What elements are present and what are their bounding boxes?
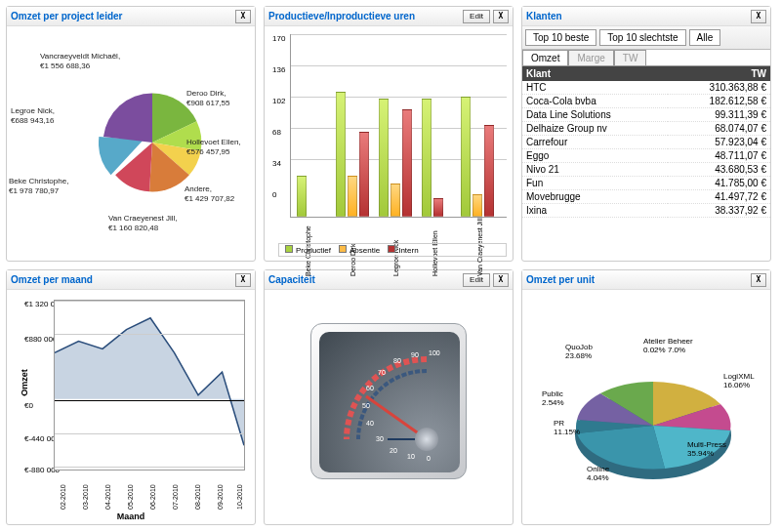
table-row[interactable]: Eggo48.711,07 € — [522, 149, 770, 163]
close-button[interactable]: X — [493, 10, 509, 23]
panel-omzet-maand: Omzet per maand X Omzet Maand €1 320 000… — [6, 269, 256, 525]
pie-label: Van Craeyenest Jill,€1 160 820,48 — [108, 214, 178, 233]
panel-title: Omzet per unit — [526, 274, 595, 285]
pie-label: Beke Christophe,€1 978 780,97 — [9, 177, 68, 196]
svg-marker-0 — [55, 318, 244, 445]
panel-omzet-project-leider: Omzet per project leider X Vancraeyveldt… — [6, 6, 256, 262]
table-row[interactable]: Data Line Solutions99.311,39 € — [522, 108, 770, 122]
pie-label: Hollevoet Ellen,€576 457,95 — [186, 138, 241, 157]
subtab-omzet[interactable]: Omzet — [522, 50, 568, 65]
table-row[interactable]: Carrefour57.923,04 € — [522, 136, 770, 149]
tab-top10-slechtste[interactable]: Top 10 slechtste — [599, 29, 685, 46]
close-button[interactable]: X — [493, 273, 509, 287]
line-chart-omzet: 02-2010 03-2010 04-2010 05-2010 06-2010 … — [54, 300, 245, 471]
table-row[interactable]: Nivo 2143.680,53 € — [522, 163, 770, 177]
panel-title: Klanten — [526, 11, 562, 21]
pie-chart-omzet-unit: QuoJob23.68% Public2.54% PR11.15% Online… — [526, 294, 766, 520]
close-button[interactable]: X — [751, 273, 766, 287]
close-button[interactable]: X — [235, 10, 251, 23]
edit-button[interactable]: Edit — [463, 10, 490, 23]
pie-label: Andere,€1 429 707,82 — [185, 184, 234, 204]
subtab-tw[interactable]: TW — [614, 50, 647, 65]
pie-label: Legroe Nick,€688 943,16 — [11, 106, 55, 126]
panel-title: Omzet per maand — [11, 274, 93, 285]
table-row[interactable]: Fun41.785,00 € — [522, 177, 770, 190]
close-button[interactable]: X — [751, 10, 766, 23]
klanten-tabs: Top 10 beste Top 10 slechtste Alle — [522, 26, 770, 50]
gauge-hub-icon — [415, 428, 438, 451]
panel-omzet-unit: Omzet per unit X QuoJob23 — [521, 269, 771, 525]
panel-capaciteit: Capaciteit Edit X 0 10 20 30 — [264, 269, 514, 525]
panel-title: Omzet per project leider — [11, 11, 122, 21]
x-axis-label: Maand — [117, 512, 145, 521]
klanten-table: KlantTW HTC310.363,88 €Coca-Cola bvba182… — [522, 66, 770, 218]
panel-title: Productieve/Inproductieve uren — [268, 11, 415, 21]
pie-label: Vancraeyveldt Michaël,€1 556 688,36 — [40, 52, 120, 71]
subtab-marge[interactable]: Marge — [568, 50, 613, 65]
pie-chart-omzet-leider: Vancraeyveldt Michaël,€1 556 688,36 Legr… — [11, 30, 251, 257]
gauge-capaciteit: 0 10 20 30 40 50 60 70 80 90 100 — [310, 323, 467, 479]
tab-top10-beste[interactable]: Top 10 beste — [525, 29, 596, 46]
bar-legend: Productief Absentie Intern — [278, 243, 507, 257]
panel-klanten: Klanten X Top 10 beste Top 10 slechtste … — [521, 6, 771, 262]
table-row[interactable]: Movebrugge41.497,72 € — [522, 190, 770, 204]
table-row[interactable]: Ixina38.337,92 € — [522, 204, 770, 218]
tab-alle[interactable]: Alle — [689, 29, 721, 46]
pie-label: Deroo Dirk,€908 617,55 — [186, 89, 230, 108]
table-row[interactable]: Delhaize Group nv68.074,07 € — [522, 122, 770, 136]
close-button[interactable]: X — [235, 273, 251, 287]
y-axis-label: Omzet — [20, 369, 29, 396]
table-row[interactable]: HTC310.363,88 € — [522, 81, 770, 95]
table-row[interactable]: Coca-Cola bvba182.612,58 € — [522, 95, 770, 108]
panel-productieve-uren: Productieve/Inproductieve uren Edit X 17… — [264, 6, 514, 262]
